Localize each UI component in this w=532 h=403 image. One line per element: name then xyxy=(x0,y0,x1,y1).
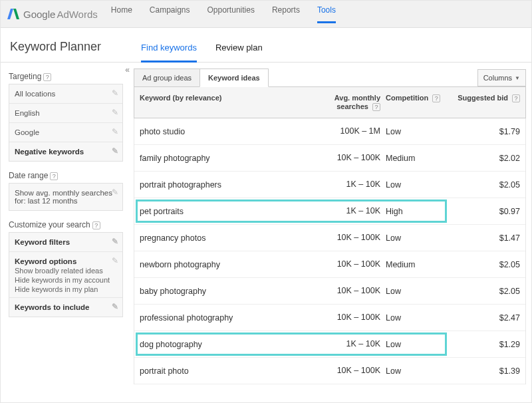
cell-competition: Low xyxy=(380,340,447,349)
cell-keyword: pet portraits xyxy=(140,207,319,216)
cell-keyword: family photography xyxy=(140,154,319,163)
date-range-label: Date range? xyxy=(9,171,123,180)
tab-find-keywords[interactable]: Find keywords xyxy=(141,43,197,62)
keyword-option-line: Show broadly related ideas xyxy=(15,267,117,275)
cell-competition: Low xyxy=(380,366,447,376)
tab-review-plan[interactable]: Review plan xyxy=(215,43,263,62)
table-row[interactable]: photo studio100K – 1MLow$1.79 xyxy=(134,118,525,145)
table-row[interactable]: portrait photographers1K – 10KLow$2.05 xyxy=(134,172,525,198)
brand-product: AdWords xyxy=(57,9,97,20)
col-bid[interactable]: Suggested bid ? xyxy=(447,94,520,111)
pencil-icon[interactable]: ✎ xyxy=(112,88,118,98)
pencil-icon[interactable]: ✎ xyxy=(112,256,118,265)
cell-searches: 10K – 100K xyxy=(319,259,380,269)
cell-keyword: portrait photographers xyxy=(140,180,319,190)
table-row[interactable]: baby photography10K – 100KLow$2.05 xyxy=(134,278,525,305)
help-icon[interactable]: ? xyxy=(512,94,520,102)
cell-keyword: portrait photo xyxy=(140,366,319,376)
keyword-options-label: Keyword options xyxy=(15,257,117,265)
cell-keyword: baby photography xyxy=(140,287,319,296)
pencil-icon[interactable]: ✎ xyxy=(112,127,118,136)
table-row[interactable]: portrait photo10K – 100KLow$1.39 xyxy=(134,358,525,384)
targeting-item[interactable]: English✎ xyxy=(9,104,122,123)
cell-searches: 1K – 10K xyxy=(319,180,380,190)
keywords-include-item[interactable]: Keywords to include ✎ xyxy=(9,298,122,317)
nav-reports[interactable]: Reports xyxy=(272,5,300,23)
cell-competition: Low xyxy=(380,233,447,243)
pencil-icon[interactable]: ✎ xyxy=(112,302,118,311)
targeting-item[interactable]: Google✎ xyxy=(9,123,122,142)
table-row[interactable]: professional photography10K – 100KLow$2.… xyxy=(134,305,525,331)
table-row[interactable]: pet portraits1K – 10KHigh$0.97 xyxy=(134,198,525,225)
pencil-icon[interactable]: ✎ xyxy=(112,108,118,117)
help-icon[interactable]: ? xyxy=(372,103,380,111)
keyword-option-line: Hide keywords in my account xyxy=(15,276,117,284)
idea-tab-ad-group-ideas[interactable]: Ad group ideas xyxy=(134,68,200,87)
cell-bid: $1.39 xyxy=(447,366,520,376)
help-icon[interactable]: ? xyxy=(432,94,440,102)
help-icon[interactable]: ? xyxy=(50,172,58,180)
page-tabs: Find keywordsReview plan xyxy=(141,43,263,62)
keyword-options-item[interactable]: Keyword options ✎ Show broadly related i… xyxy=(9,252,122,298)
cell-searches: 10K – 100K xyxy=(319,233,380,243)
columns-button[interactable]: Columns▼ xyxy=(477,69,526,86)
targeting-item[interactable]: Negative keywords✎ xyxy=(9,142,122,161)
table-row[interactable]: family photography10K – 100KMedium$2.02 xyxy=(134,145,525,172)
cell-bid: $1.47 xyxy=(447,233,520,243)
cell-bid: $1.79 xyxy=(447,127,520,136)
keyword-filters-item[interactable]: Keyword filters ✎ xyxy=(9,233,122,252)
col-keyword[interactable]: Keyword (by relevance) xyxy=(140,94,319,111)
cell-competition: High xyxy=(380,207,447,216)
cell-bid: $2.05 xyxy=(447,260,520,269)
svg-marker-0 xyxy=(7,9,13,19)
cell-competition: Low xyxy=(380,180,447,190)
sidebar: « Targeting? All locations✎English✎Googl… xyxy=(1,63,128,384)
customize-label: Customize your search? xyxy=(9,220,123,229)
collapse-sidebar-icon[interactable]: « xyxy=(125,65,130,74)
page-title: Keyword Planner xyxy=(10,40,101,62)
cell-competition: Medium xyxy=(380,260,447,269)
nav-opportunities[interactable]: Opportunities xyxy=(207,5,255,23)
product-logo: Google AdWords xyxy=(7,8,98,20)
customize-panel: Keyword filters ✎ Keyword options ✎ Show… xyxy=(9,232,123,317)
table-row[interactable]: pregnancy photos10K – 100KLow$1.47 xyxy=(134,225,525,251)
nav-tools[interactable]: Tools xyxy=(317,5,336,23)
svg-marker-1 xyxy=(13,9,19,19)
col-competition[interactable]: Competition ? xyxy=(380,94,447,111)
idea-tab-keyword-ideas[interactable]: Keyword ideas xyxy=(200,68,269,87)
cell-keyword: professional photography xyxy=(140,313,319,323)
cell-searches: 100K – 1M xyxy=(319,126,380,136)
adwords-icon xyxy=(7,8,19,20)
help-icon[interactable]: ? xyxy=(43,73,51,81)
col-searches[interactable]: Avg. monthly searches ? xyxy=(319,94,380,111)
cell-competition: Low xyxy=(380,313,447,323)
date-range-panel[interactable]: Show avg. monthly searches for: last 12 … xyxy=(9,183,123,211)
cell-competition: Low xyxy=(380,287,447,296)
cell-keyword: dog photography xyxy=(140,340,319,349)
cell-searches: 1K – 10K xyxy=(319,339,380,349)
pencil-icon[interactable]: ✎ xyxy=(112,237,118,246)
table-row[interactable]: dog photography1K – 10KLow$1.29 xyxy=(134,331,525,358)
cell-keyword: pregnancy photos xyxy=(140,233,319,243)
help-icon[interactable]: ? xyxy=(92,221,100,229)
brand-google: Google xyxy=(23,9,55,20)
cell-searches: 1K – 10K xyxy=(319,206,380,216)
pencil-icon[interactable]: ✎ xyxy=(112,188,118,197)
keyword-option-line: Hide keywords in my plan xyxy=(15,285,117,293)
main-nav: HomeCampaignsOpportunitiesReportsTools xyxy=(111,5,336,23)
cell-searches: 10K – 100K xyxy=(319,366,380,376)
cell-bid: $0.97 xyxy=(447,207,520,216)
cell-competition: Low xyxy=(380,127,447,136)
table-body: photo studio100K – 1MLow$1.79family phot… xyxy=(134,118,526,384)
cell-keyword: photo studio xyxy=(140,127,319,136)
nav-campaigns[interactable]: Campaigns xyxy=(150,5,190,23)
targeting-item[interactable]: All locations✎ xyxy=(9,84,122,104)
pencil-icon[interactable]: ✎ xyxy=(112,146,118,156)
table-header: Keyword (by relevance) Avg. monthly sear… xyxy=(134,86,526,118)
cell-bid: $2.02 xyxy=(447,154,520,163)
main-area: Ad group ideasKeyword ideasColumns▼ Keyw… xyxy=(128,63,531,384)
targeting-label: Targeting? xyxy=(9,72,123,81)
nav-home[interactable]: Home xyxy=(111,5,132,23)
cell-bid: $2.47 xyxy=(447,313,520,323)
table-row[interactable]: newborn photography10K – 100KMedium$2.05 xyxy=(134,251,525,278)
